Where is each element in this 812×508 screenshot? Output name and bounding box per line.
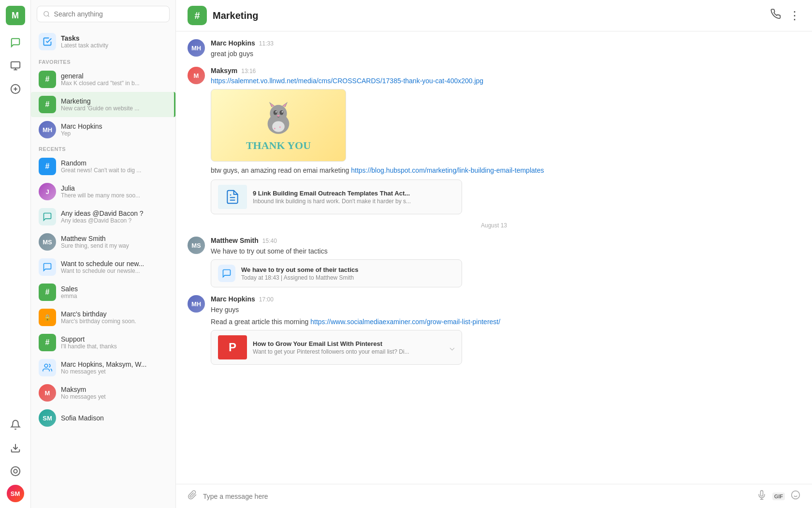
svg-point-20	[276, 111, 276, 112]
svg-point-19	[279, 110, 283, 115]
sender-marc: Marc Hopkins	[211, 39, 255, 47]
preview-title-pinterest: How to Grow Your Email List With Pintere…	[253, 340, 409, 347]
preview-title-hubspot: 9 Link Building Email Outreach Templates…	[253, 190, 411, 197]
matthew-text: We have to try out some of their tactics	[211, 246, 800, 256]
channel-icon-marketing: #	[39, 96, 56, 113]
link-preview-pinterest: P How to Grow Your Email List With Pinte…	[211, 330, 462, 365]
avatar-sofia-madison: SM	[39, 409, 56, 427]
chat-header-channel-icon: #	[188, 6, 207, 25]
sender-marc-2: Marc Hopkins	[211, 295, 255, 303]
nav-contacts-icon[interactable]	[6, 56, 25, 75]
nav-games-icon[interactable]	[6, 462, 25, 481]
sidebar-item-sofia-madison[interactable]: SM Sofia Madison	[31, 405, 175, 431]
chevron-down-icon[interactable]: ⌵	[450, 342, 455, 353]
svg-text:♥: ♥	[279, 125, 281, 129]
tasks-title: Tasks	[61, 34, 108, 42]
chat-title: Marketing	[213, 10, 258, 21]
message-input[interactable]	[203, 493, 751, 500]
search-bar[interactable]	[37, 6, 170, 22]
nav-notifications-icon[interactable]	[6, 415, 25, 434]
avatar-matthew-smith: MS	[39, 233, 56, 251]
search-input[interactable]	[54, 10, 163, 18]
attach-icon[interactable]	[188, 490, 197, 502]
sidebar-item-marcs-birthday[interactable]: 🔒 Marc's birthday Marc's birthday coming…	[31, 305, 175, 330]
sidebar-item-general[interactable]: # general Max K closed card "test" in b.…	[31, 67, 175, 92]
svg-text:♥: ♥	[274, 127, 276, 130]
gif-icon[interactable]: GIF	[772, 493, 785, 500]
avatar-marc: MH	[188, 39, 205, 57]
chat-header-actions: ⋮	[770, 9, 800, 22]
sidebar-item-group-chat[interactable]: Marc Hopkins, Maksym, W... No messages y…	[31, 355, 175, 380]
nav-add-icon[interactable]	[6, 79, 25, 99]
sidebar-item-support[interactable]: # Support I'll handle that, thanks	[31, 330, 175, 355]
link-preview-hubspot: 9 Link Building Email Outreach Templates…	[211, 179, 462, 214]
svg-point-18	[274, 110, 277, 115]
maksym-link[interactable]: https://salemnet.vo.llnwd.net/media/cms/…	[211, 77, 483, 85]
svg-point-13	[270, 105, 287, 122]
time-maksym-1: 13:16	[241, 68, 256, 75]
marc-2-text: Hey guys	[211, 305, 800, 315]
nav-download-icon[interactable]	[6, 438, 25, 458]
sidebar-item-julia[interactable]: J Julia There will be many more soo...	[31, 179, 175, 204]
task-card-sub: Today at 18:43 | Assigned to Matthew Smi…	[241, 274, 358, 281]
phone-icon[interactable]	[770, 9, 781, 22]
time-marc-2: 17:00	[259, 296, 274, 303]
sidebar-item-maksym[interactable]: M Maksym No messages yet	[31, 380, 175, 405]
task-card-title: We have to try out some of their tactics	[241, 266, 358, 273]
message-group-marc-2: MH Marc Hopkins 17:00 Hey guys Read a gr…	[188, 295, 800, 365]
sidebar-item-newsletter[interactable]: Want to schedule our new... Want to sche…	[31, 254, 175, 280]
svg-point-22	[277, 115, 280, 117]
avatar-group-chat	[39, 359, 56, 376]
svg-point-30	[792, 491, 800, 499]
sidebar-item-matthew-smith[interactable]: MS Matthew Smith Sure thing, send it my …	[31, 229, 175, 254]
svg-point-7	[11, 467, 19, 476]
chat-header: # Marketing ⋮	[176, 0, 812, 31]
sidebar-item-sales[interactable]: # Sales emma	[31, 280, 175, 305]
avatar-david-bacon	[39, 208, 56, 225]
task-card-matthew[interactable]: We have to try out some of their tactics…	[211, 259, 462, 287]
sender-maksym: Maksym	[211, 67, 237, 75]
channel-icon-support: #	[39, 334, 56, 351]
svg-rect-0	[11, 62, 19, 68]
thank-you-image: ♥ ♥ THANK YOU	[211, 89, 346, 162]
sidebar-item-david-bacon[interactable]: Any ideas @David Bacon ? Any ideas @Davi…	[31, 204, 175, 229]
mic-icon[interactable]	[757, 490, 767, 502]
marc-2-body: Read a great article this morning https:…	[211, 317, 800, 327]
more-options-icon[interactable]: ⋮	[789, 9, 800, 22]
tasks-subtitle: Latest task activity	[61, 42, 108, 49]
preview-thumb-pinterest: P	[218, 335, 247, 359]
socialmedia-link[interactable]: https://www.socialmediaexaminer.com/grow…	[310, 318, 500, 326]
channel-icon-random: #	[39, 158, 56, 175]
user-avatar[interactable]: M	[6, 6, 25, 25]
message-group-matthew: MS Matthew Smith 15:40 We have to try ou…	[188, 237, 800, 287]
time-matthew: 15:40	[262, 238, 277, 244]
avatar-maksym: M	[39, 384, 56, 402]
hubspot-link[interactable]: https://blog.hubspot.com/marketing/link-…	[351, 166, 544, 174]
sidebar-item-random[interactable]: # Random Great news! Can't wait to dig .…	[31, 154, 175, 179]
svg-point-11	[44, 364, 48, 368]
avatar-marc-2: MH	[188, 295, 205, 313]
time-marc-1: 11:33	[259, 40, 274, 47]
favorites-label: FAVORITES	[31, 55, 175, 67]
preview-desc-pinterest: Want to get your Pinterest followers ont…	[253, 348, 409, 355]
avatar-marc-hopkins: MH	[39, 121, 56, 138]
nav-chat-icon[interactable]	[6, 33, 25, 52]
channel-icon-general: #	[39, 71, 56, 88]
cat-svg: ♥ ♥	[259, 99, 298, 137]
tasks-item[interactable]: Tasks Latest task activity	[31, 28, 175, 55]
channel-icon-birthday: 🔒	[39, 309, 56, 326]
avatar-matthew-msg: MS	[188, 237, 205, 254]
date-divider: August 13	[188, 222, 800, 229]
sidebar-item-marc-hopkins[interactable]: MH Marc Hopkins Yep	[31, 117, 175, 142]
preview-thumb-hubspot	[218, 185, 247, 209]
avatar-julia: J	[39, 183, 56, 200]
svg-point-8	[14, 469, 17, 473]
sidebar-item-marketing[interactable]: # Marketing New card 'Guide on website .…	[31, 92, 175, 117]
avatar-newsletter	[39, 258, 56, 276]
message-group-maksym-1: M Maksym 13:16 https://salemnet.vo.llnwd…	[188, 67, 800, 214]
preview-desc-hubspot: Inbound link building is hard work. Don'…	[253, 198, 411, 205]
emoji-icon[interactable]	[791, 490, 800, 502]
message-group-marc-1: MH Marc Hopkins 11:33 great job guys	[188, 39, 800, 59]
current-user-avatar[interactable]: SM	[7, 485, 24, 502]
chat-messages: MH Marc Hopkins 11:33 great job guys M M…	[176, 31, 812, 484]
